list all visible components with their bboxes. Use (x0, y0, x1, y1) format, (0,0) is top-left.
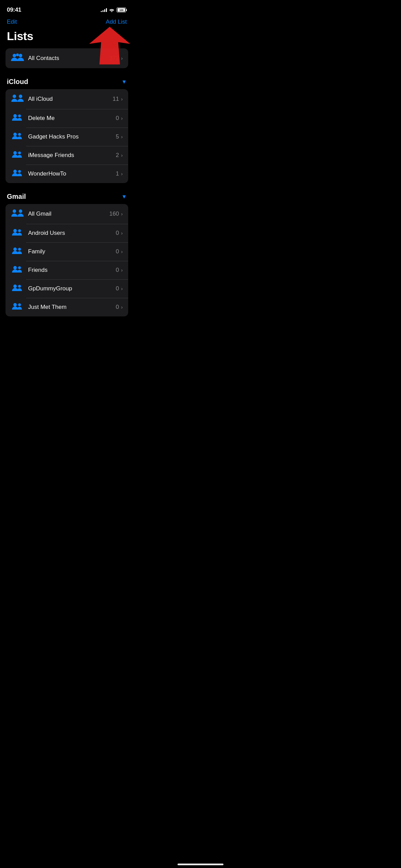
svg-point-2 (19, 54, 22, 57)
item-chevron: › (121, 230, 123, 236)
page-title: Lists (0, 28, 134, 48)
sections-container: iCloud ▼ All iCloud 11 › (0, 75, 134, 316)
svg-point-20 (13, 266, 17, 269)
battery-icon: 100 (117, 8, 127, 12)
svg-point-15 (19, 209, 22, 213)
status-bar: 09:41 100 (0, 0, 134, 17)
svg-point-9 (18, 133, 21, 136)
svg-point-6 (13, 114, 17, 118)
item-name: All iCloud (28, 96, 112, 103)
group-icon (11, 302, 23, 312)
svg-point-14 (13, 209, 16, 213)
svg-point-22 (13, 285, 17, 288)
section-icloud: iCloud ▼ All iCloud 11 › (0, 75, 134, 183)
item-count: 2 (116, 152, 119, 159)
group-icon (11, 113, 23, 123)
item-count: 0 (116, 115, 119, 122)
list-item[interactable]: All Gmail 160 › (5, 204, 128, 224)
item-count: 5 (116, 133, 119, 140)
group-icon (11, 150, 23, 160)
svg-point-12 (13, 170, 17, 173)
section-header-gmail[interactable]: Gmail ▼ (5, 190, 128, 203)
svg-point-24 (13, 303, 17, 306)
all-contacts-name: All Contacts (28, 55, 109, 62)
list-item[interactable]: Friends 0 › (5, 261, 128, 279)
item-count: 11 (112, 96, 119, 103)
list-item[interactable]: iMessage Friends 2 › (5, 146, 128, 165)
item-chevron: › (121, 286, 123, 291)
svg-point-23 (18, 285, 21, 288)
item-count: 160 (109, 210, 119, 217)
svg-point-25 (18, 303, 21, 306)
section-gmail: Gmail ▼ All Gmail 160 › (0, 190, 134, 316)
item-chevron: › (121, 96, 123, 102)
svg-point-17 (18, 229, 21, 232)
section-header-icloud[interactable]: iCloud ▼ (5, 75, 128, 88)
list-item[interactable]: WonderHowTo 1 › (5, 165, 128, 183)
item-name: GpDummyGroup (28, 285, 116, 292)
all-contacts-count: 372 (109, 55, 119, 62)
list-item[interactable]: Just Met Them 0 › (5, 298, 128, 316)
item-chevron: › (121, 116, 123, 121)
add-list-button[interactable]: Add List (106, 19, 127, 25)
item-chevron: › (121, 267, 123, 273)
group-icon (11, 265, 23, 275)
list-item[interactable]: Android Users 0 › (5, 224, 128, 242)
item-count: 1 (116, 170, 119, 177)
list-item[interactable]: All iCloud 11 › (5, 89, 128, 109)
svg-point-16 (13, 229, 17, 232)
edit-button[interactable]: Edit (7, 19, 17, 25)
item-chevron: › (121, 304, 123, 310)
all-contacts-card: All Contacts 372 › (5, 48, 128, 68)
item-name: Just Met Them (28, 304, 116, 311)
item-chevron: › (121, 134, 123, 140)
status-time: 09:41 (7, 7, 21, 13)
item-name: All Gmail (28, 210, 109, 217)
all-contacts-chevron: › (121, 56, 123, 61)
svg-point-3 (16, 53, 19, 56)
group-icon (11, 247, 23, 256)
group-icon (11, 208, 23, 219)
all-contacts-item[interactable]: All Contacts 372 › (5, 48, 128, 68)
signal-icon (101, 8, 107, 12)
group-icon (11, 228, 23, 238)
contacts-group-icon (11, 53, 23, 64)
svg-point-18 (13, 248, 17, 251)
list-item[interactable]: GpDummyGroup 0 › (5, 279, 128, 298)
list-card-gmail: All Gmail 160 › Android Users 0 › (5, 204, 128, 316)
list-item[interactable]: Delete Me 0 › (5, 109, 128, 128)
list-item[interactable]: Family 0 › (5, 242, 128, 261)
svg-point-11 (18, 152, 21, 154)
section-chevron-icloud: ▼ (121, 79, 127, 85)
item-chevron: › (121, 211, 123, 217)
item-chevron: › (121, 171, 123, 177)
item-chevron: › (121, 153, 123, 158)
status-icons: 100 (101, 8, 127, 12)
item-name: Gadget Hacks Pros (28, 133, 116, 140)
item-name: Friends (28, 267, 116, 274)
svg-point-1 (13, 54, 16, 57)
item-count: 0 (116, 248, 119, 255)
group-icon (11, 169, 23, 179)
item-chevron: › (121, 249, 123, 254)
svg-point-8 (13, 133, 17, 136)
section-chevron-gmail: ▼ (121, 194, 127, 200)
svg-point-19 (18, 248, 21, 251)
all-contacts-section: All Contacts 372 › (0, 48, 134, 68)
list-item[interactable]: Gadget Hacks Pros 5 › (5, 128, 128, 146)
section-title-icloud: iCloud (7, 78, 28, 86)
group-icon (11, 284, 23, 293)
item-count: 0 (116, 285, 119, 292)
item-name: Delete Me (28, 115, 116, 122)
item-name: WonderHowTo (28, 170, 116, 177)
item-count: 0 (116, 304, 119, 311)
wifi-icon (109, 8, 114, 12)
svg-point-5 (19, 95, 22, 98)
item-count: 0 (116, 230, 119, 237)
svg-point-13 (18, 170, 21, 173)
group-icon (11, 94, 23, 105)
svg-point-10 (13, 151, 17, 155)
svg-point-7 (18, 114, 21, 117)
section-title-gmail: Gmail (7, 193, 26, 201)
item-name: iMessage Friends (28, 152, 116, 159)
